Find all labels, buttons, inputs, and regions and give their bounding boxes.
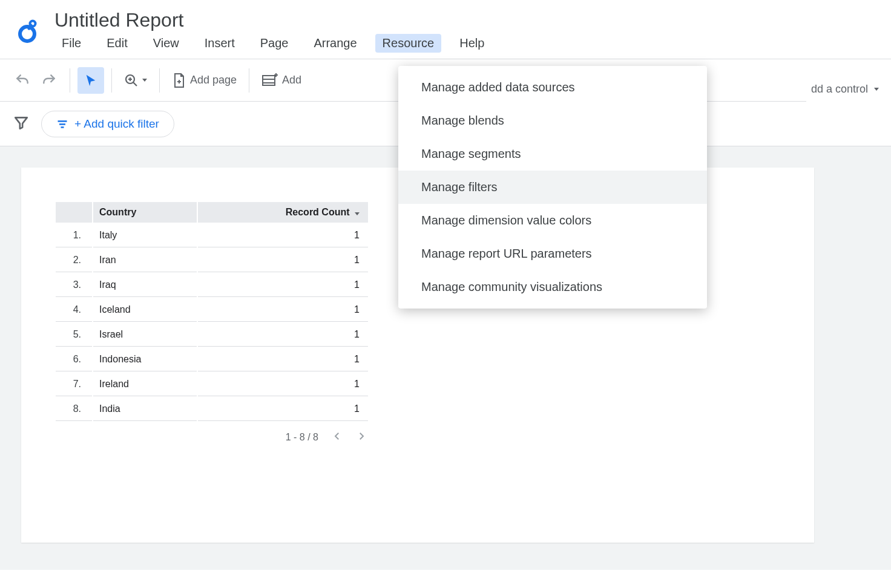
row-index: 2. [56, 249, 92, 272]
zoom-icon [124, 73, 139, 88]
filter-icon[interactable] [13, 115, 29, 132]
app-header: Untitled Report FileEditViewInsertPageAr… [0, 0, 891, 59]
menu-file[interactable]: File [54, 34, 88, 53]
menu-page[interactable]: Page [253, 34, 296, 53]
cell-record-count: 1 [198, 273, 368, 297]
add-page-icon [172, 72, 186, 89]
select-tool-button[interactable] [77, 67, 104, 94]
add-quick-filter-button[interactable]: + Add quick filter [41, 111, 174, 137]
add-quick-filter-label: + Add quick filter [74, 117, 159, 131]
column-header-index [56, 202, 92, 223]
menu-item-manage-segments[interactable]: Manage segments [398, 137, 707, 171]
row-index: 5. [56, 323, 92, 347]
menu-item-manage-community-visualizations[interactable]: Manage community visualizations [398, 270, 707, 304]
row-index: 3. [56, 273, 92, 297]
cell-record-count: 1 [198, 373, 368, 396]
cell-country: Iceland [93, 298, 197, 322]
add-control-label: dd a control [811, 83, 868, 96]
add-page-label: Add page [190, 74, 237, 87]
menu-item-manage-report-url-parameters[interactable]: Manage report URL parameters [398, 237, 707, 270]
menu-resource[interactable]: Resource [375, 34, 442, 53]
menu-bar: FileEditViewInsertPageArrangeResourceHel… [54, 34, 891, 59]
row-index: 6. [56, 348, 92, 371]
menu-insert[interactable]: Insert [197, 34, 242, 53]
row-index: 7. [56, 373, 92, 396]
svg-line-3 [133, 82, 137, 86]
cell-record-count: 1 [198, 323, 368, 347]
add-data-button[interactable]: Add [257, 67, 306, 94]
svg-rect-13 [58, 120, 67, 122]
cell-record-count: 1 [198, 249, 368, 272]
cell-country: Italy [93, 224, 197, 247]
cell-record-count: 1 [198, 348, 368, 371]
app-logo [0, 6, 54, 45]
row-index: 4. [56, 298, 92, 322]
undo-icon [15, 73, 30, 88]
add-data-label: Add [282, 74, 301, 87]
svg-rect-15 [61, 126, 64, 128]
funnel-icon [13, 115, 29, 131]
zoom-button[interactable] [119, 67, 152, 94]
redo-icon [41, 73, 57, 88]
cursor-icon [84, 74, 97, 87]
toolbar-separator [159, 68, 160, 93]
cell-country: Israel [93, 323, 197, 347]
menu-arrange[interactable]: Arrange [306, 34, 364, 53]
cell-record-count: 1 [198, 397, 368, 421]
undo-button[interactable] [9, 67, 36, 94]
menu-item-manage-dimension-value-colors[interactable]: Manage dimension value colors [398, 204, 707, 237]
sort-caret-down-icon [355, 212, 360, 215]
table-pager: 1 - 8 / 8 [54, 422, 369, 444]
resource-menu-dropdown: Manage added data sourcesManage blendsMa… [398, 66, 707, 309]
svg-point-0 [20, 27, 35, 41]
add-page-button[interactable]: Add page [167, 67, 242, 94]
menu-item-manage-filters[interactable]: Manage filters [398, 171, 707, 204]
cell-record-count: 1 [198, 224, 368, 247]
toolbar-separator [111, 68, 112, 93]
toolbar-separator [70, 68, 70, 93]
menu-help[interactable]: Help [452, 34, 492, 53]
menu-item-manage-blends[interactable]: Manage blends [398, 104, 707, 137]
table-row[interactable]: 1.Italy1 [56, 224, 368, 247]
data-table-chart[interactable]: Country Record Count 1.Italy12.Iran13.Ir… [54, 201, 369, 422]
menu-edit[interactable]: Edit [99, 34, 134, 53]
cell-country: Ireland [93, 373, 197, 396]
cell-record-count: 1 [198, 298, 368, 322]
table-row[interactable]: 6.Indonesia1 [56, 348, 368, 371]
cell-country: Iran [93, 249, 197, 272]
pager-prev-button[interactable] [332, 431, 343, 444]
cell-country: India [93, 397, 197, 421]
table-row[interactable]: 8.India1 [56, 397, 368, 421]
caret-down-icon [142, 79, 147, 82]
add-control-button[interactable]: dd a control [806, 68, 891, 110]
looker-studio-icon [15, 18, 40, 44]
column-header-record-count[interactable]: Record Count [198, 202, 368, 223]
redo-button[interactable] [36, 67, 62, 94]
table-row[interactable]: 2.Iran1 [56, 249, 368, 272]
document-title[interactable]: Untitled Report [54, 9, 891, 31]
table-row[interactable]: 3.Iraq1 [56, 273, 368, 297]
table-row[interactable]: 7.Ireland1 [56, 373, 368, 396]
table-row[interactable]: 5.Israel1 [56, 323, 368, 347]
menu-item-manage-added-data-sources[interactable]: Manage added data sources [398, 71, 707, 104]
chevron-right-icon [356, 431, 367, 442]
add-data-icon [261, 73, 278, 88]
cell-country: Indonesia [93, 348, 197, 371]
pager-next-button[interactable] [356, 431, 367, 444]
row-index: 8. [56, 397, 92, 421]
column-header-country[interactable]: Country [93, 202, 197, 223]
table-row[interactable]: 4.Iceland1 [56, 298, 368, 322]
row-index: 1. [56, 224, 92, 247]
svg-rect-14 [59, 123, 65, 125]
menu-view[interactable]: View [146, 34, 186, 53]
caret-down-icon [874, 88, 879, 91]
toolbar-separator [249, 68, 249, 93]
chevron-left-icon [332, 431, 343, 442]
cell-country: Iraq [93, 273, 197, 297]
svg-rect-8 [263, 76, 275, 85]
filter-list-icon [56, 118, 68, 130]
pager-range-label: 1 - 8 / 8 [286, 432, 318, 443]
